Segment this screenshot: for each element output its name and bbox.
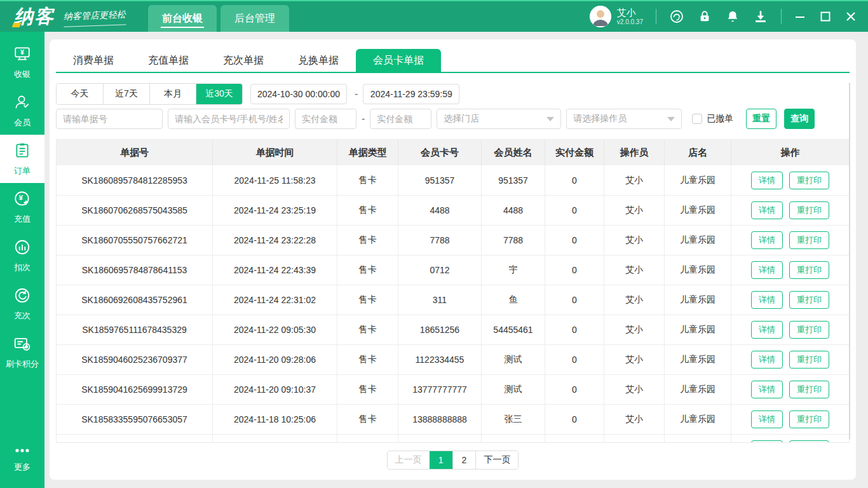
nav-front-desk[interactable]: 前台收银 <box>148 5 217 32</box>
divider <box>781 9 782 24</box>
cell-actions: 详情重打印 <box>731 375 849 404</box>
sidebar-item-recharge-count[interactable]: 充次 <box>0 280 44 328</box>
prev-page-button[interactable]: 上一页 <box>388 451 430 469</box>
tab-consume-receipts[interactable]: 消费单据 <box>56 49 131 72</box>
card-points-icon <box>13 335 31 355</box>
detail-button[interactable]: 详情 <box>751 291 783 309</box>
operator-select-value: 请选择操作员 <box>573 113 627 125</box>
cell-receipt-no: SK1860705550757662721 <box>57 226 212 255</box>
cell-paid-amount: 0 <box>545 375 604 404</box>
sidebar-item-more[interactable]: 更多 <box>0 435 44 483</box>
reprint-button[interactable]: 重打印 <box>789 172 829 189</box>
bell-icon[interactable] <box>725 9 740 24</box>
reprint-button[interactable]: 重打印 <box>789 291 829 309</box>
amount-min-input[interactable] <box>295 109 356 129</box>
cell-operator: 艾小 <box>604 255 664 285</box>
sidebar-item-label: 会员 <box>14 117 31 128</box>
tab-recharge-count-receipts[interactable]: 充次单据 <box>206 49 281 72</box>
reprint-button[interactable]: 重打印 <box>789 381 829 398</box>
date-from-input[interactable] <box>250 84 347 104</box>
lock-icon[interactable] <box>697 9 712 24</box>
receipt-no-input[interactable] <box>56 109 163 129</box>
detail-button[interactable]: 详情 <box>751 201 783 219</box>
column-header: 操作员 <box>604 140 664 165</box>
member-search-input[interactable] <box>168 109 290 129</box>
cell-receipt-no: SK1860895784812285953 <box>57 165 212 195</box>
store-select[interactable]: 选择门店 <box>437 109 561 129</box>
table-row: SK18607055507576627212024-11-24 23:22:28… <box>57 225 849 255</box>
query-button[interactable]: 查询 <box>784 109 815 129</box>
svg-text:¥: ¥ <box>20 48 24 56</box>
detail-button[interactable]: 详情 <box>751 440 783 442</box>
operator-select[interactable]: 请选择操作员 <box>566 109 682 129</box>
reset-button[interactable]: 重置 <box>746 109 776 129</box>
cell-paid-amount: 0 <box>545 196 604 225</box>
tab-exchange-receipts[interactable]: 兑换单据 <box>281 49 356 72</box>
detail-button[interactable]: 详情 <box>751 381 783 398</box>
tab-member-card-receipts[interactable]: 会员卡单据 <box>356 49 441 72</box>
sidebar-item-card-points[interactable]: 刷卡积分 <box>0 328 44 376</box>
cell-receipt-no: SK1859765111678435329 <box>57 315 212 344</box>
cell-member-name: 951357 <box>481 165 545 195</box>
page-1-button[interactable]: 1 <box>430 451 452 469</box>
cell-store: 儿童乐园 <box>664 345 731 374</box>
detail-button[interactable]: 详情 <box>751 172 783 189</box>
reprint-button[interactable]: 重打印 <box>789 351 829 369</box>
page-2-button[interactable]: 2 <box>452 451 476 469</box>
range-month-button[interactable]: 本月 <box>149 84 196 104</box>
cell-member-name: 4488 <box>481 196 545 225</box>
cell-card-no: 13777777777 <box>398 375 481 404</box>
reprint-button[interactable]: 重打印 <box>789 321 829 339</box>
close-icon[interactable] <box>845 11 857 22</box>
reprint-button[interactable]: 重打印 <box>789 410 829 428</box>
cancelled-checkbox-label: 已撤单 <box>707 113 733 125</box>
next-page-button[interactable]: 下一页 <box>475 451 518 469</box>
sidebar-item-recharge[interactable]: ¥ 充值 <box>0 183 44 231</box>
support-icon[interactable] <box>669 9 684 24</box>
minimize-icon[interactable] <box>794 11 806 22</box>
cancelled-checkbox[interactable] <box>692 114 702 124</box>
reprint-button[interactable]: 重打印 <box>789 261 829 279</box>
tab-recharge-receipts[interactable]: 充值单据 <box>131 49 206 72</box>
reprint-button[interactable]: 重打印 <box>789 440 829 442</box>
sidebar-item-deduct-count[interactable]: 扣次 <box>0 231 44 280</box>
detail-button[interactable]: 详情 <box>751 410 783 428</box>
sidebar-item-label: 更多 <box>14 461 31 473</box>
reprint-button[interactable]: 重打印 <box>789 201 829 219</box>
nav-back-office[interactable]: 后台管理 <box>220 5 289 32</box>
recharge-count-icon <box>13 287 31 307</box>
reprint-button[interactable]: 重打印 <box>789 231 829 249</box>
cell-type: 售卡 <box>337 255 398 285</box>
chevron-down-icon <box>546 117 554 121</box>
user-box[interactable]: 艾小 v2.0.0.37 <box>590 6 643 27</box>
detail-button[interactable]: 详情 <box>751 261 783 279</box>
more-icon <box>13 445 31 458</box>
cell-store: 儿童乐园 <box>664 285 731 315</box>
app-window: 纳客 纳客管店更轻松 前台收银 后台管理 艾小 v2.0.0.37 <box>0 0 868 488</box>
maximize-icon[interactable] <box>820 11 831 22</box>
cancelled-checkbox-wrap[interactable]: 已撤单 <box>692 113 733 125</box>
cell-time: 2024-11-24 22:43:39 <box>212 255 337 285</box>
cell-actions: 详情重打印 <box>731 345 849 374</box>
member-icon <box>13 93 31 114</box>
download-icon[interactable] <box>753 9 768 24</box>
cell-card-no: 18651256 <box>398 315 481 344</box>
sidebar-item-member[interactable]: 会员 <box>0 86 44 135</box>
detail-button[interactable]: 详情 <box>751 321 783 339</box>
range-7days-button[interactable]: 近7天 <box>103 84 149 104</box>
avatar <box>590 6 611 27</box>
vertical-scrollbar[interactable] <box>849 83 850 440</box>
sidebar-item-cashier[interactable]: ¥ 收银 <box>0 38 44 86</box>
detail-button[interactable]: 详情 <box>751 231 783 249</box>
cell-operator: 艾小 <box>604 345 664 374</box>
sidebar-item-label: 充次 <box>14 310 31 322</box>
range-30days-button[interactable]: 近30天 <box>196 84 242 104</box>
sidebar-item-orders[interactable]: 订单 <box>0 135 44 183</box>
date-to-input[interactable] <box>363 84 459 104</box>
cell-time: 2024-11-24 22:31:02 <box>212 285 337 315</box>
table-row: SK18583355950766530572024-11-18 10:25:06… <box>57 404 849 434</box>
cell-actions: 详情重打印 <box>731 196 849 225</box>
range-today-button[interactable]: 今天 <box>57 84 103 104</box>
amount-max-input[interactable] <box>370 109 431 129</box>
detail-button[interactable]: 详情 <box>751 351 783 369</box>
